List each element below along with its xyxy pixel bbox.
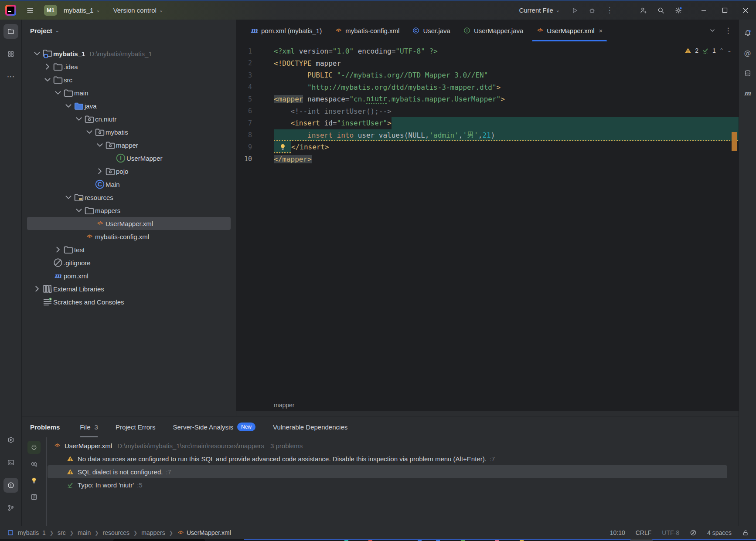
- problems-toolbar-rerun-analysis-button[interactable]: [27, 441, 41, 454]
- tree-expand-chevron[interactable]: [32, 284, 42, 294]
- tree-item-Main[interactable]: C Main: [22, 178, 236, 191]
- editor-breadcrumb-bar[interactable]: mapper: [236, 399, 739, 411]
- tree-item-mybatis[interactable]: mybatis: [22, 125, 236, 139]
- tree-item-pojo[interactable]: pojo: [22, 165, 236, 178]
- problems-tab-Project Errors[interactable]: Project Errors: [116, 416, 156, 437]
- tree-item-test[interactable]: test: [22, 243, 236, 256]
- scrollbar-warning-marker[interactable]: [732, 132, 737, 151]
- tree-item-UserMapper[interactable]: I UserMapper: [22, 152, 236, 165]
- tool-stripe-project-folder-button[interactable]: [3, 24, 18, 39]
- tree-collapse-chevron[interactable]: [42, 74, 53, 85]
- code-line-1[interactable]: 1 <?xml version="1.0" encoding="UTF-8" ?…: [236, 45, 739, 57]
- tool-stripe-problems-button[interactable]: [3, 478, 18, 493]
- more-actions-button[interactable]: ⋮: [601, 7, 618, 14]
- caret-position[interactable]: 10:10: [610, 529, 625, 536]
- tree-item-main[interactable]: main: [22, 86, 236, 99]
- tree-item-mapper[interactable]: mapper: [22, 139, 236, 152]
- main-menu-button[interactable]: [23, 3, 37, 17]
- tool-stripe-more-horizontal-button[interactable]: ⋯: [3, 69, 18, 84]
- tree-item-mybatis_1[interactable]: mybatis_1 D:\mybatis\mybatis_1: [22, 47, 236, 60]
- problem-item[interactable]: No data sources are configured to run th…: [47, 452, 739, 465]
- right-stripe-maven-tool-button[interactable]: m: [740, 86, 755, 101]
- problem-item[interactable]: Typo: In word 'niutr' :5: [47, 478, 739, 491]
- problems-toolbar-preview-eye-button[interactable]: [27, 457, 41, 470]
- right-stripe-ai-assistant-button[interactable]: @: [740, 46, 755, 61]
- code-line-7[interactable]: 7 <insert id="insertUser">: [236, 117, 739, 129]
- tree-collapse-chevron[interactable]: [95, 140, 105, 150]
- breadcrumb-tag[interactable]: mapper: [274, 402, 294, 409]
- status-crumb-main[interactable]: main: [78, 529, 91, 536]
- tree-item-Scratches and Consoles[interactable]: 9 Scratches and Consoles: [22, 295, 236, 308]
- status-crumb-src[interactable]: src: [58, 529, 66, 536]
- code-line-10[interactable]: 10 </mapper>: [236, 153, 739, 166]
- hidden-tabs-chevron-icon[interactable]: [709, 27, 716, 34]
- tree-expand-chevron[interactable]: [95, 166, 105, 176]
- version-control-widget[interactable]: Version control ⌄: [110, 3, 167, 17]
- tree-item-mappers[interactable]: mappers: [22, 204, 236, 217]
- status-crumb-resources[interactable]: resources: [103, 529, 129, 536]
- code-line-2[interactable]: 2 <!DOCTYPE mapper: [236, 57, 739, 70]
- code-line-8[interactable]: 8 insert into user values(NULL,'admin','…: [236, 129, 739, 142]
- editor-tab-UserMapper.java[interactable]: I UserMapper.java: [457, 20, 530, 41]
- tree-collapse-chevron[interactable]: [84, 127, 95, 137]
- close-button[interactable]: [735, 1, 756, 20]
- highlighting-level-icon[interactable]: [690, 529, 697, 536]
- intention-bulb-icon[interactable]: [279, 143, 286, 151]
- tree-item-cn.niutr[interactable]: cn.niutr: [22, 112, 236, 125]
- debug-button[interactable]: [583, 7, 601, 14]
- tree-collapse-chevron[interactable]: [74, 114, 84, 124]
- status-crumb-mybatis_1[interactable]: mybatis_1: [18, 529, 46, 536]
- code-line-4[interactable]: 4 "http://mybatis.org/dtd/mybatis-3-mapp…: [236, 81, 739, 94]
- indent-setting[interactable]: 4 spaces: [707, 529, 732, 536]
- tree-expand-chevron[interactable]: [42, 61, 53, 72]
- right-stripe-database-button[interactable]: [740, 66, 755, 81]
- tree-item-java[interactable]: java: [22, 99, 236, 112]
- tree-item-.idea[interactable]: .idea: [22, 60, 236, 73]
- tree-expand-chevron[interactable]: [53, 244, 63, 255]
- problems-toolbar-quick-fix-bulb-button[interactable]: [27, 474, 41, 487]
- maximize-button[interactable]: [714, 1, 735, 20]
- editor-options-kebab-icon[interactable]: ⋮: [725, 27, 732, 34]
- tree-item-.gitignore[interactable]: .gitignore: [22, 256, 236, 269]
- tree-collapse-chevron[interactable]: [32, 48, 42, 59]
- code-with-me-button[interactable]: [635, 7, 652, 14]
- tool-stripe-structure-button[interactable]: [3, 47, 18, 61]
- lock-open-icon[interactable]: [742, 529, 749, 536]
- search-everywhere-button[interactable]: [652, 7, 670, 14]
- problems-tab-File[interactable]: File 3: [80, 416, 98, 437]
- next-problem-chevron-icon[interactable]: ⌄: [727, 47, 732, 54]
- close-tab-icon[interactable]: ×: [599, 27, 603, 34]
- tree-collapse-chevron[interactable]: [63, 192, 74, 203]
- status-crumb-UserMapper.xml[interactable]: </>UserMapper.xml: [177, 529, 231, 536]
- project-panel-header[interactable]: Project ⌄: [22, 20, 236, 41]
- previous-problem-chevron-icon[interactable]: ⌃: [719, 47, 724, 54]
- project-widget[interactable]: M1 mybatis_1 ⌄: [41, 3, 104, 17]
- right-stripe-notifications-bell-button[interactable]: [740, 26, 755, 41]
- code-line-9[interactable]: 9 </insert>: [236, 141, 739, 153]
- status-crumb-mappers[interactable]: mappers: [141, 529, 165, 536]
- problems-file-row[interactable]: </>UserMapper.xml D:\mybatis\mybatis_1\s…: [47, 439, 739, 452]
- editor-tab-mybatis-config.xml[interactable]: </> mybatis-config.xml: [328, 20, 406, 41]
- tree-item-UserMapper.xml[interactable]: </> UserMapper.xml: [22, 217, 236, 230]
- problems-tab-Server-Side Analysis[interactable]: Server-Side Analysis New: [173, 416, 255, 437]
- run-button[interactable]: [566, 7, 583, 14]
- problems-tab-Vulnerable Dependencies[interactable]: Vulnerable Dependencies: [273, 416, 347, 437]
- code-editor[interactable]: 1 <?xml version="1.0" encoding="UTF-8" ?…: [236, 41, 739, 399]
- code-line-3[interactable]: 3 PUBLIC "-//mybatis.org//DTD Mapper 3.0…: [236, 69, 739, 81]
- file-encoding[interactable]: UTF-8: [662, 529, 679, 536]
- code-line-6[interactable]: 6 <!--int insertUser();-->: [236, 105, 739, 118]
- code-line-5[interactable]: 5 <mapper namespace="cn.niutr.mybatis.ma…: [236, 93, 739, 105]
- status-breadcrumbs[interactable]: mybatis_1❯src❯main❯resources❯mappers❯</>…: [7, 529, 231, 536]
- tree-collapse-chevron[interactable]: [74, 205, 84, 216]
- tree-item-src[interactable]: src: [22, 73, 236, 86]
- tree-collapse-chevron[interactable]: [53, 88, 63, 98]
- problem-item[interactable]: SQL dialect is not configured. :7: [47, 465, 739, 478]
- settings-button[interactable]: [670, 7, 687, 14]
- editor-tab-UserMapper.xml[interactable]: </> UserMapper.xml ×: [530, 20, 609, 41]
- tool-stripe-git-branch-button[interactable]: [3, 500, 18, 515]
- tree-item-mybatis-config.xml[interactable]: </> mybatis-config.xml: [22, 230, 236, 243]
- editor-tab-pom.xml (mybatis_1)[interactable]: m pom.xml (mybatis_1): [244, 20, 328, 41]
- tool-stripe-services-button[interactable]: [3, 433, 18, 447]
- line-ending[interactable]: CRLF: [636, 529, 652, 536]
- tree-collapse-chevron[interactable]: [63, 101, 74, 111]
